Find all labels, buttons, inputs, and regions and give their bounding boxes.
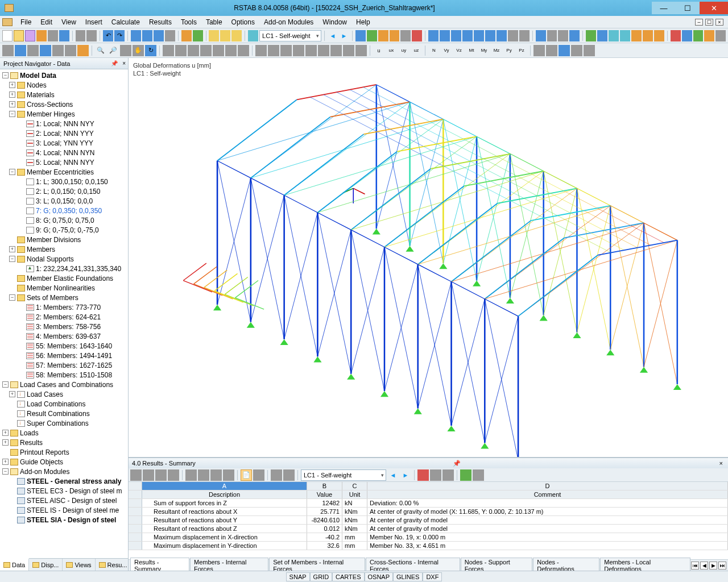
expand-icon[interactable]: + [2,459,9,465]
print-button[interactable] [36,30,47,41]
toolbar-btn[interactable] [165,30,175,41]
toolbar-btn[interactable] [584,45,595,56]
toolbar-btn[interactable] [2,45,14,56]
toolbar-btn[interactable] [318,45,329,56]
toolbar-btn[interactable] [131,30,141,41]
res-toolbar-btn[interactable] [417,469,429,481]
tree-hinge[interactable]: 3: Local; YNN YYY [36,139,93,147]
menu-window[interactable]: Window [318,17,351,27]
toolbar-btn[interactable] [268,45,279,56]
toolbar-btn[interactable] [569,30,580,41]
tree-ecc[interactable]: 9: G; 0,-75,0; 0,-75,0 [36,226,99,234]
tree-set[interactable]: 4: Members: 639-637 [36,332,101,340]
toolbar-btn[interactable] [428,30,439,41]
res-toolbar-btn[interactable] [198,469,209,481]
toolbar-btn[interactable] [330,45,342,56]
toolbar-btn[interactable] [193,30,203,41]
toolbar-btn[interactable] [225,45,237,56]
toolbar-btn[interactable] [280,45,292,56]
tree-member-ecc[interactable]: Member Eccentricities [27,168,94,176]
navigator-tree[interactable]: −Model Data +Nodes +Materials +Cross-Sec… [0,69,128,558]
toolbar-btn[interactable] [209,30,219,41]
expand-icon[interactable]: + [9,101,15,107]
tree-member-div[interactable]: Member Divisions [27,236,81,244]
res-toolbar-btn[interactable] [271,469,282,481]
mdi-close[interactable]: × [715,19,723,26]
toolbar-btn[interactable] [48,30,58,41]
toolbar-btn[interactable]: uz [411,45,422,56]
tree-set[interactable]: 58: Members: 1510-1508 [36,371,112,379]
toolbar-btn[interactable] [293,45,304,56]
tree-members[interactable]: Members [27,246,55,253]
toolbar-btn[interactable] [643,30,653,41]
nav-tab-data[interactable]: Data [0,558,29,571]
table-row[interactable]: Resultant of reactions about Y-8240.610k… [129,516,728,525]
tree-ec3[interactable]: STEEL EC3 - Design of steel m [27,487,122,495]
toolbar-btn[interactable] [65,45,76,56]
status-dxf[interactable]: DXF [423,572,442,581]
toolbar-btn[interactable] [175,45,187,56]
tree-nodal-supports[interactable]: Nodal Supports [27,255,74,263]
mdi-min[interactable]: – [695,19,703,26]
menu-calculate[interactable]: Calculate [107,17,144,27]
toolbar-btn[interactable]: N [428,45,440,56]
tree-sets[interactable]: Sets of Members [27,294,78,302]
table-row[interactable]: Resultant of reactions about Z0.012kNmAt… [129,525,728,533]
pin-icon[interactable]: 📌 [111,60,118,66]
toolbar-btn[interactable] [255,45,267,56]
menu-options[interactable]: Options [227,17,259,27]
expand-icon[interactable]: − [9,256,15,262]
menu-addon[interactable]: Add-on Modules [259,17,318,27]
toolbar-btn[interactable]: Vy [441,45,452,56]
toolbar-btn[interactable] [343,45,354,56]
tree-materials[interactable]: Materials [27,91,55,99]
results-tab[interactable]: Nodes - Deformations [533,558,599,571]
res-toolbar-btn[interactable] [168,469,179,481]
tree-printout[interactable]: Printout Reports [20,448,69,456]
res-toolbar-btn[interactable] [430,469,441,481]
expand-icon[interactable]: + [9,246,15,252]
next-button[interactable]: ► [339,30,349,41]
tree-hinge[interactable]: 2: Local; NNN YYY [36,130,94,138]
res-toolbar-btn[interactable] [283,469,295,481]
toolbar-btn[interactable] [231,30,242,41]
zoom-in-button[interactable]: 🔍 [95,45,106,56]
toolbar-btn[interactable] [682,30,692,41]
tree-loads[interactable]: Loads [20,429,39,437]
maximize-button[interactable]: ☐ [676,2,700,14]
res-prev[interactable]: ◄ [387,469,399,481]
menu-view[interactable]: View [57,17,81,27]
toolbar-btn[interactable]: uy [398,45,410,56]
toolbar-btn[interactable] [400,30,411,41]
expand-icon[interactable]: − [2,381,9,388]
toolbar-btn[interactable] [200,45,212,56]
toolbar-btn[interactable] [546,45,557,56]
expand-icon[interactable]: + [2,439,9,446]
toolbar-btn[interactable] [462,30,473,41]
toolbar-btn[interactable] [715,30,726,41]
new-button[interactable] [2,30,13,41]
tree-super-comb[interactable]: Super Combinations [27,419,89,427]
toolbar-btn[interactable] [15,45,26,56]
menu-results[interactable]: Results [144,17,176,27]
prev-button[interactable]: ◄ [328,30,338,41]
tree-hinge[interactable]: 4: Local; NNN NYN [36,149,94,157]
toolbar-btn[interactable] [154,30,164,41]
toolbar-btn[interactable]: Pz [516,45,527,56]
toolbar-btn[interactable] [238,45,249,56]
toolbar-btn[interactable] [508,30,518,41]
toolbar-btn[interactable] [586,30,596,41]
toolbar-btn[interactable] [248,30,258,41]
toolbar-btn[interactable] [220,30,230,41]
toolbar-btn[interactable] [355,30,366,41]
toolbar-btn[interactable] [120,45,131,56]
expand-icon[interactable]: − [2,468,9,475]
tree-set[interactable]: 1: Members: 773-770 [36,304,101,311]
toolbar-btn[interactable]: u [373,45,384,56]
tree-cross-sections[interactable]: Cross-Sections [27,101,73,109]
tree-steel[interactable]: STEEL - General stress analy [27,477,122,485]
tab-first[interactable]: ⏮ [691,562,699,569]
nav-tab-display[interactable]: Disp... [29,559,63,571]
tree-ecc-selected[interactable]: 7: G; 0,0,350; 0,0,350 [36,207,102,215]
tree-ecc[interactable]: 2: L; 0,0,150; 0,0,150 [36,188,100,196]
